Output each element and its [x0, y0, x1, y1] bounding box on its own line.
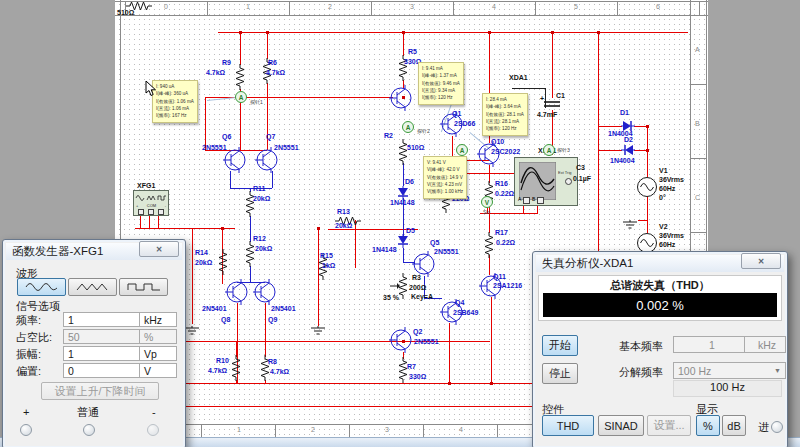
component-label: 0° [659, 194, 666, 201]
da-stop-button[interactable]: 停止 [542, 363, 578, 384]
resistor-R10[interactable] [231, 355, 241, 381]
measurement-probe-a[interactable]: A [543, 144, 555, 156]
component-label: 510Ω [407, 144, 424, 151]
component-label: 20kΩ [255, 245, 272, 252]
scope-terminal-a[interactable] [523, 197, 530, 204]
sheet-frame-tick [699, 1, 700, 15]
resistor-R7[interactable] [398, 357, 408, 383]
ground[interactable] [622, 220, 638, 229]
sine-wave-button[interactable] [17, 278, 66, 296]
transistor-Q2[interactable] [388, 327, 414, 353]
ac-source-V1[interactable] [636, 176, 658, 198]
component-label: R8 [268, 358, 277, 365]
sheet-frame-tick [275, 424, 276, 437]
capacitor-C1[interactable] [544, 99, 560, 109]
triangle-wave-icon [76, 282, 110, 292]
fg-offset-unit[interactable]: V [139, 363, 177, 378]
transistor-Q8[interactable] [224, 279, 250, 305]
da-start-button[interactable]: 开始 [542, 335, 578, 356]
component-label: C3 [576, 164, 585, 171]
component-label: 20kΩ [335, 222, 352, 229]
resistor-R9[interactable] [235, 64, 245, 90]
ground[interactable] [310, 326, 326, 335]
fg-duty-cycle-input[interactable]: 50 [63, 329, 141, 344]
resistor-R17[interactable] [484, 232, 494, 258]
component-label: 2N5401 [202, 305, 227, 312]
border-number-top: 2 [328, 3, 332, 10]
da-settings-button[interactable]: 设置... [647, 415, 691, 436]
xfg-terminal[interactable] [158, 209, 164, 215]
component-label: 2N5551 [202, 144, 227, 151]
function-generator-dialog[interactable]: 函数发生器-XFG1 ✕ 波形 信号选项 频率:1kHz占空比:50%振幅:1V… [2, 239, 186, 447]
da-fundamental-input[interactable]: 1 [673, 336, 747, 353]
da-resolution-display: 100 Hz [673, 380, 782, 397]
component-label: 1N4148 [390, 199, 415, 206]
fg-common-terminal[interactable] [83, 424, 95, 436]
da-in-terminal[interactable] [771, 421, 783, 433]
xfg-terminal[interactable] [138, 209, 144, 215]
wire-junction [597, 31, 600, 34]
measurement-probe-v[interactable]: V [481, 196, 493, 208]
scope-terminal-b[interactable] [537, 197, 544, 204]
component-label: R6 [268, 59, 277, 66]
probe-readout-tooltip: I: 9.41 mAI(峰-峰): 1.37 mAI(有效值): 9.46 mA… [418, 62, 464, 105]
oscilloscope-xsc1-icon[interactable]: Ext TrigAB [514, 157, 578, 206]
da-sinad-button[interactable]: SINAD [598, 415, 644, 436]
wire [250, 266, 251, 282]
fg-close-button[interactable]: ✕ [139, 241, 179, 257]
measurement-probe-a[interactable]: A [456, 144, 468, 156]
scope-ext-terminal[interactable] [565, 178, 572, 185]
da-percent-button[interactable]: % [696, 415, 720, 436]
sheet-frame-line [115, 1, 708, 2]
da-resolution-combo[interactable]: 100 Hz ▼ [673, 362, 786, 379]
wire-junction [402, 31, 405, 34]
resistor-R14[interactable] [218, 249, 228, 275]
da-thd-display: 0.002 % [543, 293, 777, 317]
da-thd-panel: 总谐波失真（THD） 0.002 % [538, 275, 782, 321]
transistor-Q3[interactable] [388, 85, 414, 111]
resistor-R12[interactable] [245, 241, 255, 267]
diode-D2[interactable] [621, 144, 635, 156]
fg-rise-fall-button[interactable]: 设置上升/下降时间 [41, 382, 159, 400]
component-label: 510Ω [117, 9, 134, 16]
component-label: 4.7kΩ [208, 367, 227, 374]
component-label: 2SD66 [454, 120, 475, 127]
component-label: V2 [659, 223, 668, 230]
wire [491, 297, 492, 383]
fg-frequency-input[interactable]: 1 [63, 312, 141, 327]
component-label: 2N5551 [414, 338, 439, 345]
fg-minus-terminal[interactable] [147, 424, 159, 436]
fg-offset-input[interactable]: 0 [63, 363, 141, 378]
fg-amplitude-unit[interactable]: Vp [139, 346, 177, 361]
potentiometer-arrow[interactable] [390, 282, 400, 290]
probe-readout-tooltip: V: 9.41 VV(峰-峰): 42.0 VV(有效值): 14.9 VV(直… [423, 156, 467, 199]
resistor-R2[interactable] [398, 139, 408, 165]
transistor-Q9[interactable] [252, 279, 278, 305]
component-label: 0.22Ω [495, 190, 514, 197]
distortion-analyzer-dialog[interactable]: 失真分析仪-XDA1 ✕ 总谐波失真（THD） 0.002 % 开始 停止 基本… [532, 251, 788, 447]
fg-amplitude-input[interactable]: 1 [63, 346, 141, 361]
function-generator-xfg1-icon[interactable]: +COM- [133, 190, 169, 216]
component-label: D2 [624, 136, 633, 143]
da-thd-button[interactable]: THD [542, 415, 594, 436]
triangle-wave-button[interactable] [68, 278, 117, 296]
fg-offset-label: 偏置: [16, 364, 41, 379]
measurement-probe-a[interactable]: A [402, 121, 414, 133]
wire [328, 229, 418, 230]
fg-duty-cycle-unit[interactable]: % [139, 329, 177, 344]
xfg-terminal[interactable] [148, 209, 154, 215]
measurement-probe-a[interactable]: A [235, 91, 247, 103]
diode-D5[interactable] [397, 234, 409, 248]
sheet-frame-tick [201, 424, 202, 437]
square-wave-button[interactable] [119, 278, 168, 296]
fg-frequency-label: 频率: [16, 313, 41, 328]
fg-plus-terminal[interactable] [20, 424, 32, 436]
da-db-button[interactable]: dB [722, 415, 746, 436]
wire [598, 126, 622, 127]
da-fundamental-unit[interactable]: kHz [744, 336, 786, 353]
diode-D6[interactable] [397, 186, 409, 200]
fg-frequency-unit[interactable]: kHz [139, 312, 177, 327]
fg-duty-cycle-label: 占空比: [16, 330, 52, 345]
da-close-button[interactable]: ✕ [741, 253, 781, 269]
ground[interactable] [184, 326, 200, 335]
